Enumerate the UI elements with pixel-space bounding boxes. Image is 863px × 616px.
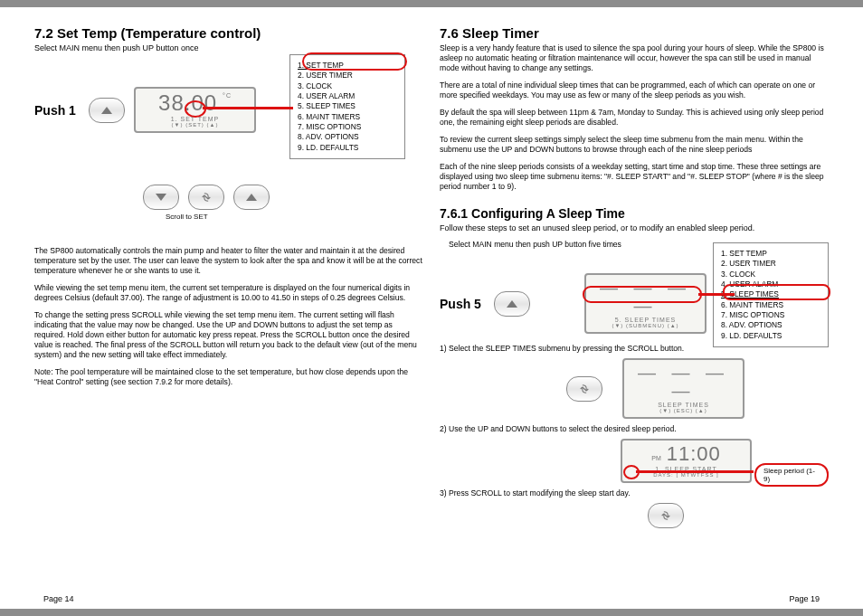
sleep-period-callout: Sleep period (1-9) <box>754 463 829 487</box>
menu-item: 8. ADV. OPTIONS <box>298 132 397 142</box>
down-button[interactable] <box>143 185 179 210</box>
menu-item: 2. USER TIMER <box>298 71 397 81</box>
up-button-2[interactable] <box>233 185 270 210</box>
scroll-caption: Scroll to SET <box>166 213 423 221</box>
para-2: While viewing the set temp menu item, th… <box>34 283 423 303</box>
push-1-label: Push 1 <box>34 103 80 118</box>
menu-item: 2. USER TIMER <box>721 259 820 269</box>
menu-item: 6. MAINT TIMERS <box>721 300 820 310</box>
menu-item: 9. LD. DEFAULTS <box>298 143 397 153</box>
push-5-label: Push 5 <box>440 297 485 311</box>
para-4: Note: The pool temperature will be maint… <box>34 367 423 387</box>
lcd-sleep-times-1: — — — — 5. SLEEP TIMES (▼) (SUBMENU) (▲) <box>584 273 707 334</box>
menu-item: 9. LD. DEFAULTS <box>721 331 820 341</box>
page-number-right: Page 19 <box>789 594 820 603</box>
lcd-sleep-start: PM 11:00 1. SLEEP START DAYS: [ MTWTFSS … <box>621 439 752 483</box>
menu-item: 4. USER ALARM <box>298 91 397 101</box>
menu-item: 7. MISC OPTIONS <box>298 122 397 132</box>
menu-item: 3. CLOCK <box>721 270 820 280</box>
r-p1: Sleep is a very handy feature that is us… <box>440 43 829 73</box>
scroll-button-r1[interactable] <box>566 376 602 402</box>
lcd-sleep-times-2: — — — — SLEEP TIMES (▼) (ESC) (▲) <box>622 358 744 419</box>
menu-item: 5. SLEEP TIMES <box>298 101 397 111</box>
up-button[interactable] <box>89 98 125 123</box>
step-2: 2) Use the UP and DOWN buttons to select… <box>440 424 829 433</box>
menu-item: 1. SET TEMP <box>721 249 820 259</box>
scroll-button-r2[interactable] <box>648 503 684 528</box>
scroll-button[interactable] <box>188 185 224 210</box>
section-heading-7-6-1: 7.6.1 Configuring A Sleep Time <box>440 206 829 221</box>
page-number-left: Page 14 <box>43 594 74 603</box>
para-1: The SP800 automatically controls the mai… <box>34 246 423 276</box>
left-column: 7.2 Set Temp (Temperature control) Selec… <box>34 25 423 596</box>
r-p3: By default the spa will sleep between 11… <box>440 108 829 128</box>
r-p4: To review the current sleep settings sim… <box>440 135 829 155</box>
para-3: To change the setting press SCROLL while… <box>34 310 423 360</box>
right-column: 7.6 Sleep Timer Sleep is a very handy fe… <box>440 25 829 596</box>
menu-item: 7. MISC OPTIONS <box>721 310 820 320</box>
menu-item: 8. ADV. OPTIONS <box>721 320 820 330</box>
subhead: Select MAIN menu then push UP button onc… <box>34 43 423 52</box>
sub2: Follow these steps to set an unused slee… <box>440 223 829 232</box>
menu-item: 3. CLOCK <box>298 81 397 91</box>
r-p2: There are a total of nine individual sle… <box>440 81 829 100</box>
section-heading-7-2: 7.2 Set Temp (Temperature control) <box>34 25 423 41</box>
section-heading-7-6: 7.6 Sleep Timer <box>440 25 829 41</box>
step-3: 3) Press SCROLL to start modifying the s… <box>440 488 829 498</box>
menu-item: 6. MAINT TIMERS <box>298 112 397 122</box>
r-p5: Each of the nine sleep periods consists … <box>440 162 829 192</box>
up-button-r[interactable] <box>494 291 530 317</box>
